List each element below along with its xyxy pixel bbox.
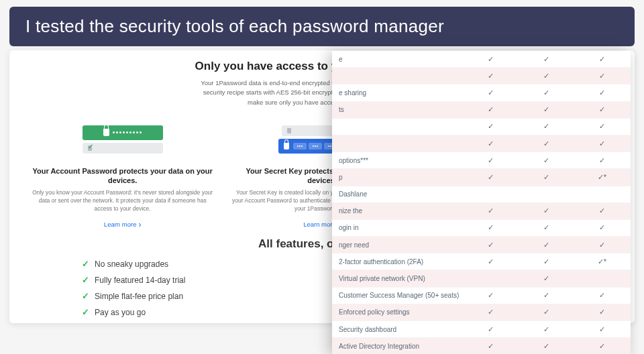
table-cell bbox=[574, 291, 630, 300]
table-cell bbox=[519, 257, 574, 266]
table-cell bbox=[574, 223, 630, 232]
table-row: Enforced policy settings bbox=[332, 304, 631, 321]
table-cell bbox=[574, 139, 630, 148]
table-cell bbox=[463, 206, 519, 215]
table-cell bbox=[519, 241, 574, 249]
table-cell bbox=[463, 291, 519, 300]
table-cell bbox=[519, 325, 574, 334]
table-cell bbox=[574, 206, 630, 215]
check-icon: ✓ bbox=[82, 259, 89, 269]
table-cell bbox=[574, 88, 630, 97]
check-icon: ✓ bbox=[82, 291, 89, 301]
table-label: options*** bbox=[332, 157, 463, 164]
page-banner: I tested the security tools of each pass… bbox=[9, 7, 635, 46]
table-label: ts bbox=[332, 106, 463, 113]
table-cell bbox=[463, 257, 519, 266]
check-icon: ✓ bbox=[82, 275, 89, 285]
feature-item: ✓No sneaky upgrades bbox=[82, 259, 350, 269]
table-cell bbox=[463, 105, 519, 114]
table-cell bbox=[519, 308, 574, 316]
table-cell bbox=[519, 88, 574, 97]
table-row: nger need bbox=[332, 237, 631, 253]
col-account-password: Your Account Password protects your data… bbox=[25, 121, 219, 229]
table-cell bbox=[463, 72, 519, 80]
table-cell bbox=[463, 173, 519, 182]
table-row: ts bbox=[332, 102, 631, 119]
table-cell bbox=[519, 105, 574, 114]
table-cell bbox=[574, 122, 630, 131]
account-password-illustration bbox=[28, 121, 217, 158]
table-cell bbox=[519, 122, 574, 131]
table-label: Security dashboard bbox=[332, 326, 463, 333]
table-row bbox=[332, 68, 631, 84]
table-row: 2-factor authentication (2FA) bbox=[332, 253, 631, 270]
col-desc: Only you know your Account Password: it'… bbox=[28, 189, 217, 213]
table-cell bbox=[574, 72, 630, 80]
table-cell bbox=[519, 156, 574, 165]
learn-more-link[interactable]: Learn more bbox=[104, 220, 142, 229]
table-row: Customer Success Manager (50+ seats) bbox=[332, 288, 631, 304]
table-row: e bbox=[332, 51, 631, 68]
table-cell bbox=[519, 206, 574, 215]
table-cell bbox=[574, 105, 630, 114]
table-cell bbox=[463, 55, 519, 64]
table-row: Virtual private network (VPN) bbox=[332, 270, 631, 287]
table-row: Security dashboard bbox=[332, 321, 631, 338]
table-row: options*** bbox=[332, 152, 631, 169]
table-row: Active Directory Integration bbox=[332, 338, 631, 354]
table-cell bbox=[519, 173, 574, 182]
table-cell bbox=[463, 88, 519, 97]
table-row: ogin in bbox=[332, 220, 631, 237]
table-cell bbox=[574, 257, 630, 266]
table-label: ogin in bbox=[332, 224, 463, 231]
table-label: nize the bbox=[332, 207, 463, 215]
table-cell bbox=[519, 223, 574, 232]
table-cell bbox=[519, 274, 574, 283]
table-label: nger need bbox=[332, 241, 463, 249]
table-row: p bbox=[332, 169, 631, 186]
table-row: Dashlane bbox=[332, 186, 631, 203]
table-cell bbox=[574, 173, 630, 182]
table-row: nize the bbox=[332, 203, 631, 220]
table-label: Virtual private network (VPN) bbox=[332, 275, 463, 282]
table-cell bbox=[574, 308, 630, 316]
table-label: p bbox=[332, 174, 463, 181]
table-cell bbox=[574, 325, 630, 334]
table-cell bbox=[463, 122, 519, 131]
table-cell bbox=[463, 139, 519, 148]
table-cell bbox=[574, 156, 630, 165]
input-outline-icon bbox=[83, 143, 163, 154]
table-cell bbox=[519, 55, 574, 64]
table-label: Dashlane bbox=[332, 190, 463, 198]
table-cell bbox=[519, 139, 574, 148]
table-cell bbox=[463, 241, 519, 249]
table-label: 2-factor authentication (2FA) bbox=[332, 258, 463, 266]
table-row bbox=[332, 135, 631, 152]
col-heading: Your Account Password protects your data… bbox=[28, 166, 217, 186]
comparison-table: ee sharingtsoptions***pDashlanenize theo… bbox=[332, 51, 631, 354]
table-cell bbox=[463, 342, 519, 351]
feature-item: ✓Fully featured 14-day trial bbox=[82, 275, 350, 285]
table-cell bbox=[463, 308, 519, 316]
table-label: Customer Success Manager (50+ seats) bbox=[332, 292, 463, 299]
table-row bbox=[332, 119, 631, 135]
table-cell bbox=[519, 291, 574, 300]
table-cell bbox=[463, 223, 519, 232]
table-cell bbox=[463, 156, 519, 165]
table-row: e sharing bbox=[332, 84, 631, 101]
table-cell bbox=[574, 241, 630, 249]
table-cell bbox=[519, 342, 574, 351]
table-cell bbox=[463, 325, 519, 334]
table-label: Enforced policy settings bbox=[332, 308, 463, 316]
feature-item: ✓Simple flat-fee price plan bbox=[82, 291, 350, 301]
table-label: e sharing bbox=[332, 89, 463, 97]
table-label: Active Directory Integration bbox=[332, 343, 463, 350]
table-cell bbox=[574, 55, 630, 64]
table-cell bbox=[519, 72, 574, 80]
features-col-left: ✓No sneaky upgrades ✓Fully featured 14-d… bbox=[82, 259, 350, 323]
feature-item: ✓Pay as you go bbox=[82, 307, 350, 317]
check-icon: ✓ bbox=[82, 307, 89, 317]
lock-password-icon bbox=[83, 125, 163, 140]
table-cell bbox=[574, 342, 630, 351]
table-label: e bbox=[332, 56, 463, 63]
